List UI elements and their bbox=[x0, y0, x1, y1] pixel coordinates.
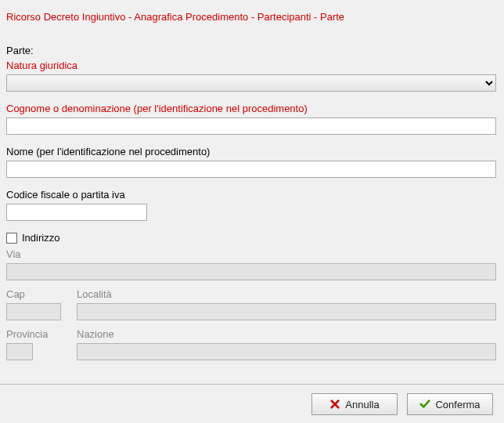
provincia-nazione-row: Provincia Nazione bbox=[6, 328, 498, 360]
cognome-input[interactable] bbox=[6, 118, 496, 135]
nome-input[interactable] bbox=[6, 161, 496, 178]
via-label: Via bbox=[6, 248, 498, 260]
nazione-label: Nazione bbox=[77, 328, 498, 340]
cap-label: Cap bbox=[6, 288, 77, 300]
cap-input bbox=[6, 303, 61, 320]
localita-input bbox=[77, 303, 496, 320]
indirizzo-checkbox-row: Indirizzo bbox=[6, 232, 498, 244]
cf-input[interactable] bbox=[6, 204, 147, 221]
form-body: Parte: Natura giuridica Cognome o denomi… bbox=[0, 45, 504, 360]
localita-label: Località bbox=[77, 288, 498, 300]
natura-label: Natura giuridica bbox=[6, 60, 498, 71]
cancel-button-label: Annulla bbox=[345, 399, 379, 410]
via-input bbox=[6, 263, 496, 280]
confirm-icon bbox=[419, 399, 430, 410]
cap-localita-row: Cap Località bbox=[6, 288, 498, 320]
cognome-label: Cognome o denominazione (per l'identific… bbox=[6, 103, 498, 114]
cancel-icon bbox=[329, 399, 340, 410]
confirm-button-label: Conferma bbox=[435, 399, 480, 410]
nazione-input bbox=[77, 343, 496, 360]
dialog-footer: Annulla Conferma bbox=[0, 385, 504, 423]
address-group: Via Cap Località Provincia Nazione bbox=[6, 248, 498, 360]
provincia-label: Provincia bbox=[6, 328, 77, 340]
nome-label: Nome (per l'identificazione nel procedim… bbox=[6, 146, 498, 157]
cancel-button[interactable]: Annulla bbox=[311, 393, 398, 415]
cf-label: Codice fiscale o partita iva bbox=[6, 189, 498, 201]
confirm-button[interactable]: Conferma bbox=[407, 393, 493, 415]
provincia-input bbox=[6, 343, 33, 360]
indirizzo-checkbox[interactable] bbox=[6, 233, 17, 244]
section-title: Parte: bbox=[6, 45, 498, 56]
form-dialog: Ricorso Decreto Ingiuntivo - Anagrafica … bbox=[0, 0, 504, 423]
breadcrumb: Ricorso Decreto Ingiuntivo - Anagrafica … bbox=[0, 0, 504, 29]
indirizzo-checkbox-label: Indirizzo bbox=[22, 232, 59, 244]
natura-select[interactable] bbox=[6, 74, 496, 92]
separator bbox=[0, 384, 504, 385]
